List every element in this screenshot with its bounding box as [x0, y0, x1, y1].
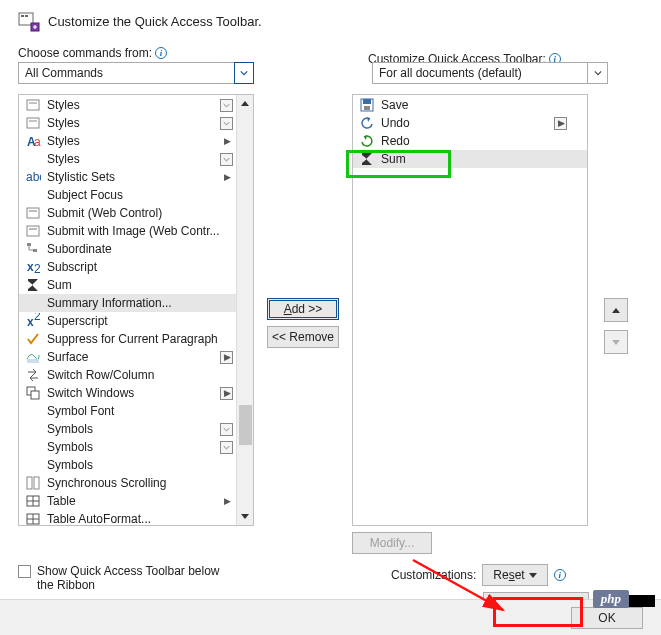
flyout-indicator: ▶ [224, 352, 231, 362]
form-icon [25, 205, 41, 221]
sigma-icon [359, 151, 375, 167]
item-label: Surface [47, 350, 214, 364]
item-label: Switch Row/Column [47, 368, 253, 382]
item-label: Summary Information... [47, 296, 253, 310]
blank-icon [25, 187, 41, 203]
scroll-down[interactable] [237, 508, 253, 525]
list-item[interactable]: Symbol Font [19, 402, 253, 420]
item-label: Stylistic Sets [47, 170, 253, 184]
scroll-up[interactable] [237, 95, 253, 112]
table-icon [25, 493, 41, 509]
item-label: Synchronous Scrolling [47, 476, 253, 490]
list-item[interactable]: Sum [19, 276, 253, 294]
item-label: Suppress for Current Paragraph [47, 332, 253, 346]
x2-icon: x2 [25, 259, 41, 275]
undo-icon [359, 115, 375, 131]
flyout-indicator: ▶ [224, 388, 231, 398]
add-button[interactable]: Add >> [267, 298, 339, 320]
svg-rect-33 [363, 99, 371, 104]
list-item[interactable]: AaStyles▶ [19, 132, 253, 150]
list-item[interactable]: Suppress for Current Paragraph [19, 330, 253, 348]
list-item[interactable]: Undo▶ [353, 114, 587, 132]
qat-listbox[interactable]: SaveUndo▶RedoSum [352, 94, 588, 526]
save-icon [359, 97, 375, 113]
switch-icon [25, 367, 41, 383]
item-label: Save [381, 98, 587, 112]
list-item[interactable]: Table AutoFormat... [19, 510, 253, 528]
checkbox-label: Show Quick Access Toolbar below the Ribb… [37, 564, 237, 592]
checkbox-box[interactable] [18, 565, 31, 578]
dropdown-indicator [220, 423, 233, 436]
item-label: Symbols [47, 458, 253, 472]
redo-icon [359, 133, 375, 149]
commands-listbox[interactable]: StylesStylesAaStyles▶StylesabcStylistic … [18, 94, 254, 526]
reset-button[interactable]: Reset [482, 564, 547, 586]
list-item[interactable]: Symbols [19, 438, 253, 456]
flyout-indicator: ▶ [558, 118, 565, 128]
remove-button[interactable]: << Remove [267, 326, 339, 348]
svg-text:a: a [34, 135, 41, 149]
item-label: Symbol Font [47, 404, 253, 418]
combo-value: All Commands [25, 66, 103, 80]
list-item[interactable]: Table▶ [19, 492, 253, 510]
svg-rect-11 [27, 208, 39, 218]
list-item[interactable]: Subject Focus [19, 186, 253, 204]
item-label: Submit (Web Control) [47, 206, 253, 220]
chevron-down-icon[interactable] [234, 62, 254, 84]
blank-icon [25, 421, 41, 437]
scrollbar[interactable] [236, 95, 253, 525]
sync-icon [25, 475, 41, 491]
list-item[interactable]: Save [353, 96, 587, 114]
svg-rect-16 [33, 249, 37, 252]
modify-button[interactable]: Modify... [352, 532, 432, 554]
ok-button[interactable]: OK [571, 607, 643, 629]
styles-icon [25, 97, 41, 113]
abc-icon: abc [25, 169, 41, 185]
item-label: Submit with Image (Web Contr... [47, 224, 253, 238]
customizations-label: Customizations: [391, 568, 476, 582]
surface-icon [25, 349, 41, 365]
info-icon: i [155, 47, 167, 59]
chevron-down-icon[interactable] [587, 63, 607, 83]
list-item[interactable]: Redo [353, 132, 587, 150]
list-item[interactable]: Submit with Image (Web Contr... [19, 222, 253, 240]
list-item[interactable]: Styles [19, 114, 253, 132]
list-item[interactable]: Switch Windows▶ [19, 384, 253, 402]
item-label: Subscript [47, 260, 253, 274]
list-item[interactable]: Sum [353, 150, 587, 168]
item-label: Styles [47, 134, 253, 148]
item-label: Redo [381, 134, 587, 148]
list-item[interactable]: Subordinate [19, 240, 253, 258]
list-item[interactable]: x2Superscript [19, 312, 253, 330]
svg-rect-13 [27, 226, 39, 236]
list-item[interactable]: x2Subscript [19, 258, 253, 276]
list-item[interactable]: abcStylistic Sets▶ [19, 168, 253, 186]
scroll-thumb[interactable] [239, 405, 252, 445]
sigma-icon [25, 277, 41, 293]
qat-icon [18, 10, 40, 32]
item-label: Switch Windows [47, 386, 214, 400]
item-label: Styles [47, 152, 214, 166]
dialog-footer: OK [0, 599, 661, 635]
list-item[interactable]: Styles [19, 96, 253, 114]
move-down-button[interactable] [604, 330, 628, 354]
list-item[interactable]: Submit (Web Control) [19, 204, 253, 222]
watermark: php [593, 590, 629, 608]
list-item[interactable]: Symbols [19, 456, 253, 474]
item-label: Symbols [47, 422, 214, 436]
dropdown-indicator [220, 99, 233, 112]
list-item[interactable]: Synchronous Scrolling [19, 474, 253, 492]
list-item[interactable]: Surface▶ [19, 348, 253, 366]
item-label: Table [47, 494, 253, 508]
list-item[interactable]: Styles [19, 150, 253, 168]
flyout-indicator: ▶ [224, 172, 231, 182]
list-item[interactable]: Summary Information... [19, 294, 253, 312]
combo-value: For all documents (default) [379, 66, 522, 80]
list-item[interactable]: Symbols [19, 420, 253, 438]
commands-from-combo[interactable]: All Commands [18, 62, 254, 84]
list-item[interactable]: Switch Row/Column [19, 366, 253, 384]
show-below-ribbon-checkbox[interactable]: Show Quick Access Toolbar below the Ribb… [18, 564, 237, 592]
customize-for-combo[interactable]: For all documents (default) [372, 62, 608, 84]
move-up-button[interactable] [604, 298, 628, 322]
dropdown-indicator [220, 117, 233, 130]
